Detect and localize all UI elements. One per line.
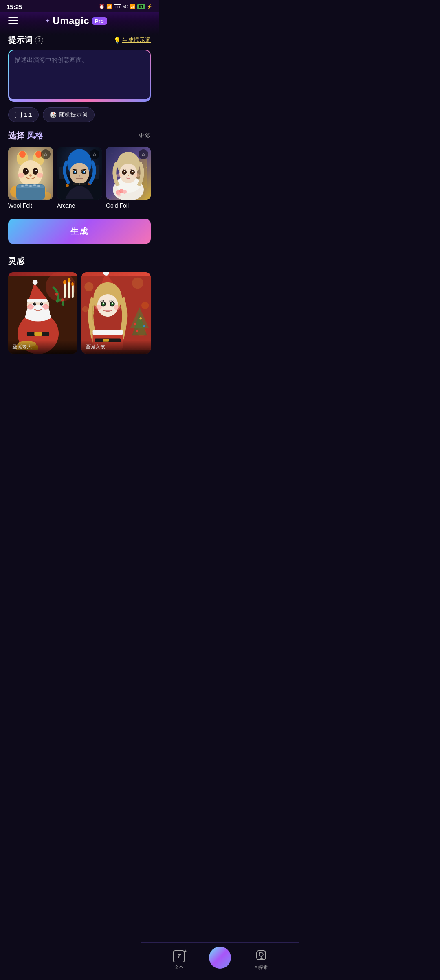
svg-rect-94: [27, 299, 48, 302]
svg-point-63: [134, 173, 140, 177]
style-card-wool-felt-img: ☆: [8, 147, 53, 200]
app-title: ✦ Umagic Pro: [45, 15, 107, 26]
style-title: 选择 风格: [8, 130, 43, 141]
help-icon[interactable]: ?: [35, 36, 43, 44]
svg-point-64: [128, 175, 129, 176]
svg-point-118: [103, 272, 109, 276]
svg-point-62: [117, 173, 123, 177]
svg-point-16: [29, 174, 32, 177]
svg-rect-80: [72, 285, 74, 298]
svg-point-108: [82, 306, 88, 312]
status-time: 15:25: [7, 3, 22, 10]
inspiration-title: 灵感: [8, 256, 151, 267]
ratio-button[interactable]: 1:1: [8, 107, 39, 122]
style-card-wool-felt-label: Wool Felt: [8, 202, 53, 209]
svg-point-12: [26, 170, 27, 171]
status-icons: ⏰ 📶 HD 5G 📶 91 ⚡: [99, 4, 152, 9]
signal-icon: 📶: [106, 4, 112, 9]
style-card-arcane-label: Arcane: [57, 202, 102, 209]
style-card-gold-foil-label: Gold Foil: [106, 202, 151, 209]
style-section: 选择 风格 更多 ☆: [8, 130, 151, 210]
svg-point-42: [79, 183, 80, 185]
alarm-icon: ⏰: [99, 4, 105, 9]
svg-point-14: [18, 173, 24, 178]
style-card-gold-foil[interactable]: ☆: [106, 147, 151, 209]
svg-point-61: [132, 171, 134, 172]
svg-point-21: [29, 185, 32, 187]
svg-point-31: [70, 163, 89, 184]
svg-point-15: [37, 173, 43, 178]
prompt-title-text: 提示词: [8, 35, 33, 46]
battery-level: 91: [137, 4, 145, 9]
generate-prompt-button[interactable]: 💡 生成提示词: [114, 37, 151, 44]
svg-point-7: [19, 151, 26, 158]
pro-badge: Pro: [92, 17, 107, 25]
inspiration-grid: 圣诞老人: [8, 272, 151, 354]
hd-icon: HD: [114, 4, 121, 9]
favorite-icon-gold-foil[interactable]: ☆: [139, 149, 148, 159]
svg-point-36: [75, 171, 76, 173]
style-title-text: 选择: [8, 131, 24, 140]
textarea-wrapper: [8, 50, 151, 102]
style-header: 选择 风格 更多: [8, 130, 151, 141]
style-card-gold-foil-img: ☆: [106, 147, 151, 200]
svg-point-126: [112, 302, 113, 304]
svg-point-83: [71, 282, 74, 286]
svg-point-105: [84, 282, 93, 291]
svg-point-115: [143, 325, 146, 327]
svg-point-95: [33, 280, 38, 285]
inspiration-santa-label: 圣诞老人: [8, 340, 77, 354]
prompt-title: 提示词 ?: [8, 35, 43, 46]
svg-point-98: [35, 303, 36, 304]
bulb-icon: 💡: [114, 37, 121, 44]
svg-point-11: [33, 168, 38, 175]
main-content: 提示词 ? 💡 生成提示词 1:1 🎲 随机提示词: [0, 35, 159, 354]
svg-point-99: [41, 303, 42, 304]
svg-point-55: [119, 164, 137, 183]
random-prompt-button[interactable]: 🎲 随机提示词: [43, 107, 95, 122]
style-card-arcane[interactable]: ☆: [57, 147, 102, 209]
inspiration-girl-label: 圣诞女孩: [81, 340, 151, 354]
inspiration-card-santa[interactable]: 圣诞老人: [8, 272, 77, 354]
top-nav: ✦ Umagic Pro: [0, 12, 159, 31]
random-label: 随机提示词: [59, 111, 88, 118]
header-background: ✦ Umagic Pro: [0, 12, 159, 35]
svg-rect-89: [34, 332, 42, 336]
favorite-icon-arcane[interactable]: ☆: [90, 149, 99, 159]
generate-button[interactable]: 生成: [8, 219, 151, 244]
svg-rect-79: [68, 281, 70, 298]
svg-point-19: [21, 185, 24, 187]
svg-point-114: [139, 317, 142, 320]
svg-point-37: [84, 171, 85, 173]
svg-point-22: [33, 184, 36, 186]
generate-prompt-label: 生成提示词: [122, 37, 151, 44]
svg-point-125: [103, 302, 104, 304]
more-button[interactable]: 更多: [139, 132, 151, 140]
svg-point-10: [23, 168, 29, 175]
svg-point-47: [110, 171, 110, 172]
svg-point-67: [123, 190, 127, 194]
network-icon: 5G: [123, 4, 128, 9]
favorite-icon-wool[interactable]: ☆: [41, 149, 51, 159]
wifi-icon: 📶: [130, 4, 136, 9]
menu-button[interactable]: [8, 17, 18, 24]
svg-point-107: [141, 302, 149, 309]
svg-point-13: [35, 170, 37, 171]
style-card-wool-felt[interactable]: ☆: [8, 147, 53, 209]
prompt-input[interactable]: [9, 50, 150, 99]
svg-point-127: [95, 305, 102, 310]
page-wrapper: 15:25 ⏰ 📶 HD 5G 📶 91 ⚡ ✦ Umagic Pro: [0, 0, 159, 386]
prompt-header: 提示词 ? 💡 生成提示词: [8, 35, 151, 46]
svg-point-28: [66, 184, 69, 187]
svg-point-44: [112, 153, 113, 154]
inspiration-card-girl[interactable]: 圣诞女孩: [81, 272, 151, 354]
inspiration-section: 灵感: [8, 256, 151, 354]
dice-icon: 🎲: [50, 112, 57, 118]
svg-point-116: [136, 330, 138, 332]
svg-point-60: [124, 171, 125, 172]
svg-rect-130: [93, 330, 123, 335]
star-icon: ✦: [45, 18, 50, 24]
svg-point-85: [61, 298, 64, 301]
svg-point-106: [132, 278, 143, 289]
status-bar: 15:25 ⏰ 📶 HD 5G 📶 91 ⚡: [0, 0, 159, 12]
